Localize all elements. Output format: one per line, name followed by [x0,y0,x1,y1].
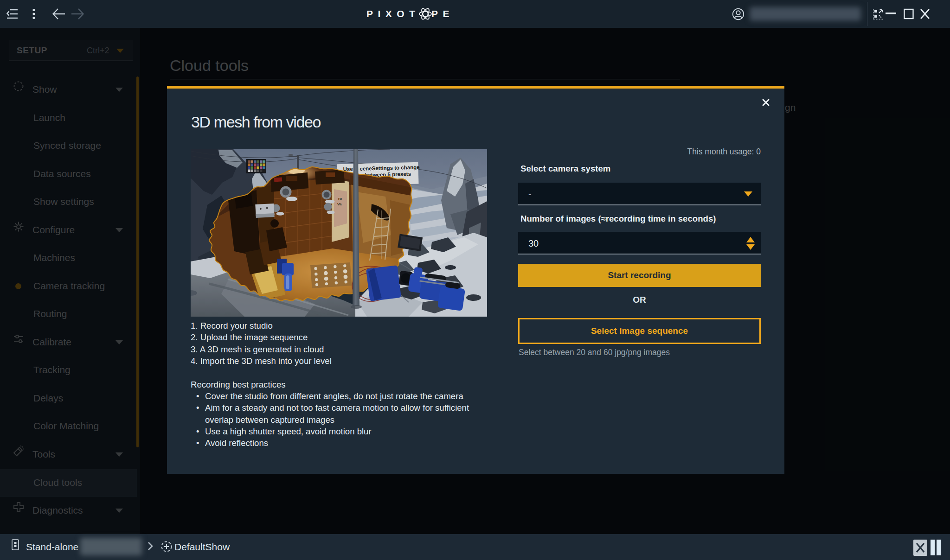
svg-text:PIXOT: PIXOT [366,8,420,19]
svg-text:PE: PE [431,8,454,19]
